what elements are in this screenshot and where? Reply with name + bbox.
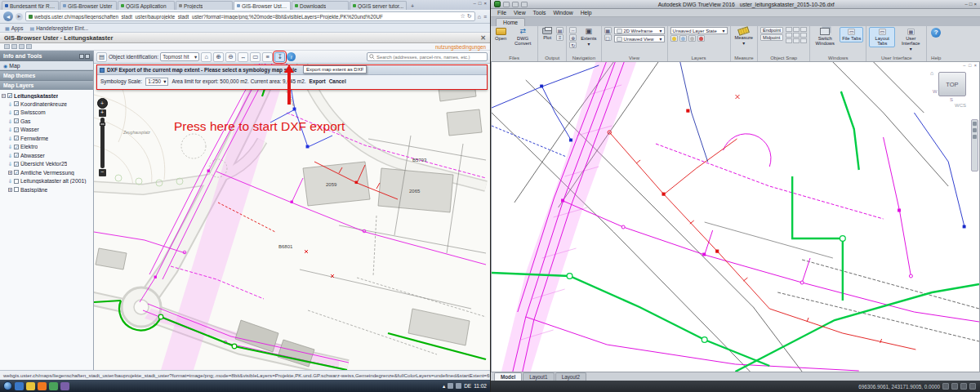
status-toggle-icon[interactable] [951,383,958,390]
object-id-select[interactable]: Topmost hit▾ [160,52,199,61]
layer-checkbox[interactable]: ✓ [14,101,19,106]
qgis-icon[interactable] [49,382,58,390]
bookmark-star-icon[interactable]: ☆ [461,13,466,20]
bookmark-item[interactable]: ▤Handelsregister Eint... [30,25,89,31]
layer-item[interactable]: +Basispläne [2,185,93,194]
panel-close-icon[interactable]: ✕ [480,34,486,42]
collapse-minus-icon[interactable]: − [2,94,6,98]
options-icon[interactable] [85,54,90,59]
navigation-bar[interactable] [971,119,978,172]
minimize-icon[interactable]: – [965,2,968,7]
download-icon[interactable]: ⇩ [8,101,12,107]
menu-file[interactable]: File [497,10,506,16]
url-field[interactable]: ☆ ↻ [25,11,475,21]
reload-icon[interactable]: ↻ [467,13,472,20]
snap-icon[interactable] [800,38,807,43]
layer-checkbox[interactable]: ✓ [14,136,19,140]
orbit-icon[interactable]: ↻ [569,42,577,48]
layer-checkbox[interactable] [14,179,19,184]
named-view-select[interactable]: Unsaved View▾ [614,35,665,42]
close-icon[interactable]: × [483,1,487,6]
cad-drawing-area[interactable]: – □ × ⌂ TOP W S WCS [491,62,980,372]
endpoint-snap-button[interactable]: Endpoint [760,27,783,33]
layer-item[interactable]: ⇩✓Wasser [2,126,93,135]
terms-of-use-link[interactable]: nutzungsbedingungen [435,44,486,50]
layer-checkbox[interactable]: ✓ [7,93,12,98]
layer-item[interactable]: ⇩✓Übersicht Vektor25 [2,160,93,169]
user-interface-dropdown[interactable]: ▦User Interface▾ [898,27,924,53]
layer-item[interactable]: ⇩Leitungskataster alt (2001) [2,177,93,186]
gis-map-canvas[interactable]: B5793 2059 2065 B6801 Zeughausplatz Bürg… [94,64,490,370]
layer-checkbox[interactable]: ✓ [14,162,19,167]
layer-checkbox[interactable]: ✓ [14,153,19,158]
qat-undo-icon[interactable] [521,2,528,7]
browser-tab[interactable]: Bundesamt für Ra... [2,1,59,10]
explorer-icon[interactable] [26,382,35,390]
status-toggle-icon[interactable] [969,383,976,390]
menu-help[interactable]: Help [581,10,592,16]
firefox-icon[interactable] [38,382,47,390]
layer-tree-root[interactable]: − ✓ Leitungskataster [2,91,93,100]
snap-icon[interactable] [793,33,800,38]
viewcube-west[interactable]: W [933,89,938,94]
drawing-window-controls[interactable]: – □ × [963,63,978,68]
tab-model[interactable]: Model [494,372,522,381]
home-icon[interactable]: ⌂ [478,14,481,20]
snap-icon[interactable] [786,33,792,38]
navbar-icon[interactable] [973,128,977,132]
layer-item[interactable]: ⇩✓Swisscom [2,109,93,118]
gis-map[interactable]: B5793 2059 2065 B6801 Zeughausplatz Bürg… [94,64,490,370]
help-icon[interactable] [26,44,32,49]
zoom-out-icon[interactable]: ⊖ [225,52,236,62]
snap-icon[interactable] [793,27,800,32]
clock[interactable]: 11:02 [474,383,487,389]
zoom-extent-icon[interactable]: ⌂ [201,52,212,62]
download-icon[interactable]: ⇩ [8,161,12,167]
preview-icon[interactable]: ▤ [556,27,564,33]
map-search-box[interactable] [367,52,488,61]
url-input[interactable] [34,14,459,20]
browser-tab[interactable]: QGIS Application [118,1,175,10]
layer-item[interactable]: ⇩✓Fernwärme [2,134,93,143]
wcs-label[interactable]: WCS [955,103,966,108]
layer-checkbox[interactable] [14,187,19,192]
bookmark-item[interactable]: ▦Apps [5,25,24,31]
layer-color-icon[interactable] [697,35,705,42]
zoom-in-button[interactable]: + [99,109,106,117]
layers-tool-icon[interactable]: ▤ [96,52,107,62]
select-rectangle-icon[interactable]: ▭ [250,52,261,62]
back-button[interactable]: ◄ [3,11,13,21]
cad-drawing[interactable] [492,62,979,372]
snap-icon[interactable] [800,33,807,38]
layer-lock-icon[interactable] [688,35,696,42]
map-tab[interactable]: ◉ Map [0,61,93,70]
layer-checkbox[interactable]: ✓ [14,170,19,175]
home-icon[interactable]: ⌂ [930,70,933,76]
zoom-slider[interactable] [100,118,105,168]
browser-tab[interactable]: GIS-Browser Uster [60,1,117,10]
zoom-icon[interactable]: ⊕ [569,34,577,41]
navbar-icon[interactable] [973,122,977,126]
snap-icon[interactable] [786,38,792,43]
open-button[interactable]: Open [493,27,508,42]
print-icon[interactable] [4,44,10,49]
snap-icon[interactable] [800,27,807,32]
download-icon[interactable]: ⇩ [8,153,12,158]
layer-checkbox[interactable]: ✓ [14,127,19,132]
visual-style-select[interactable]: 2D Wireframe▾ [614,27,665,34]
map-layers-header[interactable]: Map Layers [0,80,93,90]
layer-state-select[interactable]: Unsaved Layer State▾ [670,27,728,34]
tray-expand-icon[interactable]: ▴ [443,383,445,390]
navbar-icon[interactable] [973,135,977,139]
layer-item[interactable]: ⇩✓Koordinatenkreuze [2,100,93,109]
maximize-icon[interactable]: □ [969,2,973,7]
keyboard-language[interactable]: DE [464,383,471,389]
dwg-convert-button[interactable]: ⇄DWG Convert [510,27,535,47]
close-icon[interactable]: × [973,2,977,7]
camera-icon[interactable]: ▢ [604,34,612,41]
pan-icon[interactable]: ↔ [238,52,248,62]
midpoint-snap-button[interactable]: Midpoint [760,34,783,41]
view-icon[interactable]: ▦ [604,27,612,33]
qat-open-icon[interactable] [503,2,510,7]
dxf-export-button[interactable]: ↧ [274,52,285,62]
